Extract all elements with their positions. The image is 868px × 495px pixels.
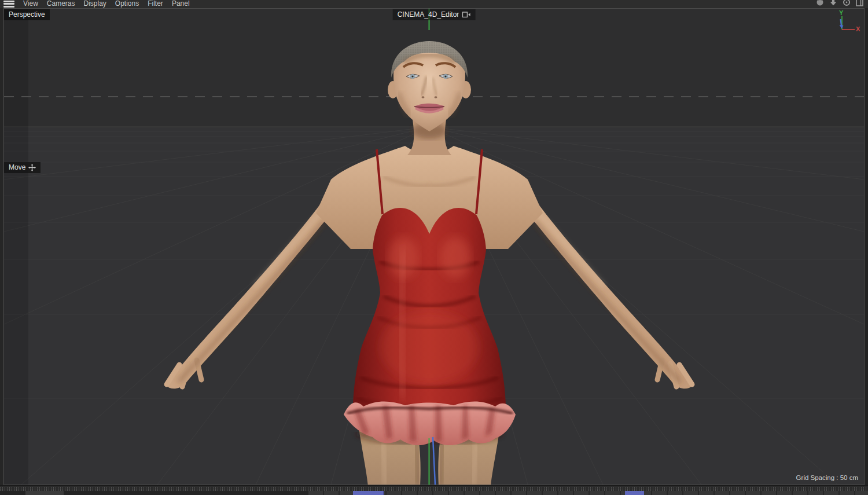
tool-name: Move bbox=[9, 163, 25, 171]
viewport-canvas[interactable] bbox=[4, 9, 864, 485]
camera-icon bbox=[462, 12, 470, 18]
gizmo-x-label: X bbox=[856, 25, 860, 32]
menu-filter[interactable]: Filter bbox=[148, 0, 163, 8]
menu-options[interactable]: Options bbox=[115, 0, 139, 8]
timeline-bar[interactable] bbox=[0, 485, 868, 495]
pan-camera-icon[interactable] bbox=[816, 0, 824, 6]
menu-view[interactable]: View bbox=[23, 0, 38, 8]
move-cross-icon bbox=[28, 164, 36, 171]
timeline-frame-cells[interactable] bbox=[308, 491, 868, 495]
camera-label[interactable]: Perspective bbox=[4, 9, 50, 20]
menu-cameras[interactable]: Cameras bbox=[47, 0, 75, 8]
grid-spacing-status: Grid Spacing : 50 cm bbox=[792, 472, 863, 483]
application-window: View Cameras Display Options Filter Pane… bbox=[0, 0, 868, 495]
hamburger-icon[interactable] bbox=[3, 0, 14, 8]
viewport: Perspective CINEMA_4D_Editor Move Grid S… bbox=[3, 8, 865, 485]
timeline-keyframe-segment[interactable] bbox=[625, 491, 644, 495]
gizmo-y-label: Y bbox=[839, 9, 843, 16]
timeline-ruler[interactable] bbox=[0, 485, 868, 491]
toggle-view-icon[interactable] bbox=[856, 0, 864, 6]
axis-gizmo: Y X bbox=[833, 10, 863, 38]
zoom-camera-icon[interactable] bbox=[829, 0, 837, 6]
menu-display[interactable]: Display bbox=[83, 0, 106, 8]
rotate-camera-icon[interactable] bbox=[843, 0, 851, 6]
editor-title-bar[interactable]: CINEMA_4D_Editor bbox=[393, 9, 476, 20]
window-edge bbox=[865, 8, 868, 485]
viewport-menu-bar: View Cameras Display Options Filter Pane… bbox=[0, 0, 868, 8]
active-tool-label: Move bbox=[4, 162, 41, 173]
timeline-highlight-segment[interactable] bbox=[353, 491, 384, 495]
timeline-track[interactable] bbox=[0, 491, 868, 495]
menu-panel[interactable]: Panel bbox=[172, 0, 190, 8]
editor-title: CINEMA_4D_Editor bbox=[398, 10, 459, 19]
timeline-button[interactable] bbox=[25, 491, 64, 495]
